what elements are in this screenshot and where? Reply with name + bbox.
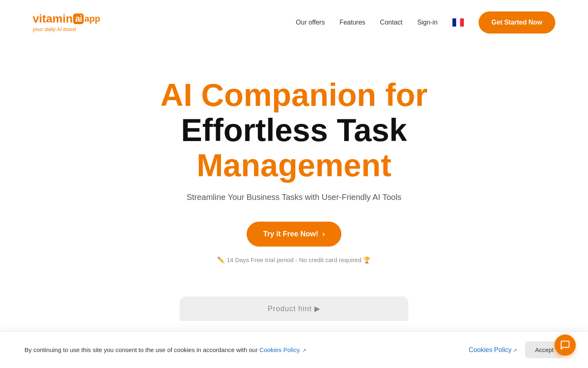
hero-cta-arrow-icon: › — [323, 230, 325, 238]
hero-cta-button[interactable]: Try it Free Now! › — [247, 222, 341, 247]
svg-rect-2 — [460, 18, 463, 27]
nav-our-offers[interactable]: Our offers — [296, 19, 325, 26]
svg-rect-1 — [456, 18, 460, 27]
language-flag-icon[interactable] — [452, 18, 464, 27]
hero-section: AI Companion for Effortless Task Managem… — [0, 45, 588, 288]
hero-cta-label: Try it Free Now! — [263, 230, 318, 238]
cookie-text-main: By continuing to use this site you conse… — [24, 346, 258, 353]
cookie-actions: Cookies Policy Accept — [469, 341, 564, 358]
hero-title-line2: Effortless Task — [181, 112, 407, 148]
hero-title-line1: AI Companion for — [160, 77, 428, 113]
logo-vitamin: vitamin — [33, 13, 73, 25]
chat-button[interactable] — [555, 334, 576, 356]
cookie-text: By continuing to use this site you conse… — [24, 345, 306, 355]
cookie-banner: By continuing to use this site you conse… — [0, 331, 588, 368]
cookie-policy-page-link[interactable]: Cookies Policy — [469, 346, 517, 354]
navbar: vitaminaiapp your daily AI boost Our off… — [0, 0, 588, 45]
hero-subtitle: Streamline Your Business Tasks with User… — [187, 193, 401, 202]
product-hint-box[interactable]: Product hint ▶ — [180, 296, 408, 321]
logo-app: app — [84, 14, 100, 23]
product-hint-label: Product hint ▶ — [267, 304, 320, 313]
svg-rect-0 — [452, 18, 456, 27]
hero-trial-note: ✏️ 14 Days Free trial period - No credit… — [217, 256, 371, 264]
logo-tagline: your daily AI boost — [33, 26, 76, 32]
get-started-button[interactable]: Get Started Now — [479, 11, 555, 34]
hero-title: AI Companion for Effortless Task Managem… — [160, 78, 428, 183]
nav-contact[interactable]: Contact — [380, 19, 403, 26]
cookie-policy-link[interactable]: Cookies Policy. — [259, 346, 306, 353]
nav-links: Our offers Features Contact Sign-in Get … — [296, 11, 555, 34]
hero-title-line3: Management — [197, 147, 392, 183]
logo[interactable]: vitaminaiapp your daily AI boost — [33, 13, 100, 32]
nav-sign-in[interactable]: Sign-in — [417, 19, 438, 26]
logo-ai: ai — [73, 13, 84, 24]
nav-features[interactable]: Features — [339, 19, 365, 26]
chat-bubble-icon — [560, 340, 570, 350]
product-hint-area: Product hint ▶ — [0, 288, 588, 321]
